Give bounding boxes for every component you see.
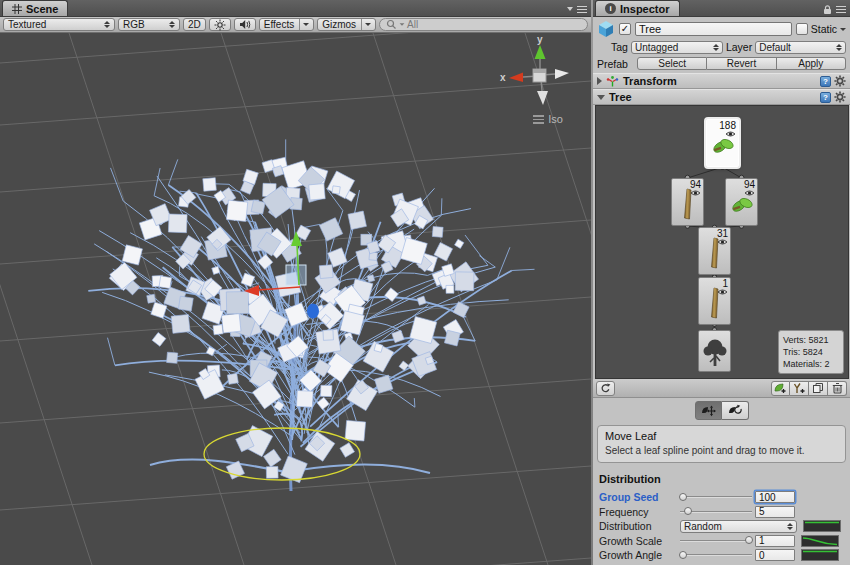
- add-branch-group-button[interactable]: [790, 381, 809, 396]
- active-checkbox[interactable]: ✓: [619, 23, 631, 35]
- tab-inspector-label: Inspector: [620, 3, 670, 15]
- frequency-slider[interactable]: [680, 506, 752, 518]
- leaf-node-icon: [730, 192, 754, 216]
- layer-dropdown[interactable]: Default: [755, 41, 846, 54]
- foldout-expanded-icon[interactable]: [597, 95, 605, 100]
- delete-node-button[interactable]: [828, 381, 847, 396]
- pane-menu-icon[interactable]: [577, 4, 587, 15]
- grid-icon: [12, 4, 22, 14]
- node-leaf-group-94[interactable]: 94: [725, 178, 758, 226]
- gear-icon[interactable]: [834, 91, 846, 103]
- leaf-tool-toggles: [593, 398, 850, 423]
- tab-scene[interactable]: Scene: [2, 0, 68, 16]
- orientation-gizmo[interactable]: y x: [493, 33, 583, 111]
- gizmos-arrow[interactable]: [361, 19, 371, 30]
- layer-label: Layer: [726, 41, 752, 53]
- prefab-select-button[interactable]: Select: [637, 57, 707, 70]
- group-seed-field[interactable]: 100: [755, 491, 795, 503]
- move-leaf-tool-button[interactable]: [695, 401, 722, 420]
- speaker-icon: [239, 19, 251, 30]
- frequency-field[interactable]: 5: [755, 506, 795, 518]
- distribution-dropdown[interactable]: Random: [680, 520, 797, 533]
- growth-angle-field[interactable]: 0: [755, 549, 795, 561]
- dropdown-arrows-icon: [104, 21, 110, 28]
- branch-node-icon: [681, 187, 695, 221]
- growth-angle-slider[interactable]: [680, 549, 752, 561]
- node-tree-root[interactable]: [698, 330, 731, 372]
- distribution-curve-field[interactable]: [803, 520, 841, 532]
- inspector-menu-icon[interactable]: [836, 4, 846, 15]
- prefab-revert-button[interactable]: Revert: [707, 57, 776, 70]
- scene-tabstrip: Scene: [0, 0, 591, 17]
- node-leaf-group-188[interactable]: 188: [706, 119, 739, 167]
- transform-icon: [606, 75, 619, 88]
- scene-viewport[interactable]: y x Iso: [0, 33, 591, 565]
- move-leaf-icon: [700, 404, 716, 417]
- add-leaf-icon: [774, 382, 787, 394]
- gizmos-dropdown[interactable]: Gizmos: [317, 18, 376, 31]
- scene-search-input[interactable]: All: [379, 18, 588, 31]
- group-seed-label: Group Seed: [599, 491, 677, 503]
- sun-icon: [214, 19, 226, 31]
- lighting-toggle-button[interactable]: [209, 18, 231, 31]
- rotate-leaf-tool-button[interactable]: [722, 401, 749, 420]
- search-icon: [386, 19, 397, 30]
- growth-scale-curve-field[interactable]: [801, 535, 839, 547]
- gizmo-z-axis[interactable]: [555, 69, 569, 79]
- cube-icon: [597, 20, 615, 38]
- 2d-toggle-button[interactable]: 2D: [183, 18, 206, 31]
- trash-icon: [832, 382, 843, 394]
- pane-dropdown-icon[interactable]: [567, 7, 573, 11]
- tree-title: Tree: [609, 91, 632, 103]
- gameobject-header: ✓ Tree Static Tag Untagged Layer D: [593, 17, 850, 73]
- growth-scale-field[interactable]: 1: [755, 535, 795, 547]
- gizmo-x-label: x: [500, 72, 506, 83]
- growth-angle-curve-field[interactable]: [801, 549, 839, 561]
- help-icon[interactable]: ?: [820, 92, 831, 103]
- gear-icon[interactable]: [834, 75, 846, 87]
- node-branch-group-1[interactable]: 1: [698, 277, 731, 325]
- static-dropdown-arrow[interactable]: [840, 28, 846, 31]
- search-value: All: [407, 19, 418, 30]
- tree-node-editor[interactable]: 188 94: [595, 105, 849, 379]
- effects-arrow[interactable]: [299, 19, 309, 30]
- add-leaf-group-button[interactable]: [771, 381, 790, 396]
- help-icon[interactable]: ?: [820, 76, 831, 87]
- search-filter-arrow[interactable]: [400, 23, 405, 25]
- static-checkbox[interactable]: [796, 23, 808, 35]
- duplicate-node-button[interactable]: [809, 381, 828, 396]
- gizmo-x-axis[interactable]: [509, 73, 523, 83]
- refresh-button[interactable]: [596, 381, 615, 396]
- tab-inspector[interactable]: i Inspector: [595, 0, 680, 16]
- growth-scale-slider[interactable]: [680, 535, 752, 547]
- draw-mode-dropdown[interactable]: Textured: [3, 18, 115, 31]
- scene-toolbar: Textured RGB 2D: [0, 17, 591, 33]
- lock-icon[interactable]: [823, 5, 832, 15]
- effects-dropdown[interactable]: Effects: [259, 18, 314, 31]
- gizmo-down-axis[interactable]: [537, 91, 548, 105]
- tag-dropdown[interactable]: Untagged: [631, 41, 723, 54]
- dropdown-arrows-icon: [169, 21, 175, 28]
- growth-scale-label: Growth Scale: [599, 535, 677, 547]
- render-mode-dropdown[interactable]: RGB: [118, 18, 180, 31]
- projection-label[interactable]: Iso: [533, 113, 563, 126]
- gizmo-y-label: y: [537, 34, 543, 45]
- node-branch-group-31[interactable]: 31: [698, 227, 731, 275]
- inspector-tabstrip: i Inspector: [593, 0, 850, 17]
- prefab-apply-button[interactable]: Apply: [777, 57, 846, 70]
- scene-3d-view[interactable]: [0, 33, 591, 565]
- refresh-icon: [600, 383, 611, 394]
- inspector-icon: i: [605, 3, 616, 14]
- component-tree-header[interactable]: Tree ?: [593, 89, 850, 105]
- foldout-collapsed-icon[interactable]: [597, 77, 602, 85]
- prefab-label: Prefab: [597, 58, 637, 70]
- audio-toggle-button[interactable]: [234, 18, 256, 31]
- gizmo-y-axis[interactable]: [535, 45, 546, 59]
- node-branch-group-94[interactable]: 94: [671, 178, 704, 226]
- tool-help-description: Select a leaf spline point and drag to m…: [605, 445, 838, 456]
- component-transform-header[interactable]: Transform ?: [593, 73, 850, 89]
- distribution-header: Distribution: [599, 473, 846, 485]
- gameobject-name-field[interactable]: Tree: [635, 22, 792, 36]
- transform-title: Transform: [623, 75, 677, 87]
- group-seed-slider[interactable]: [680, 491, 752, 503]
